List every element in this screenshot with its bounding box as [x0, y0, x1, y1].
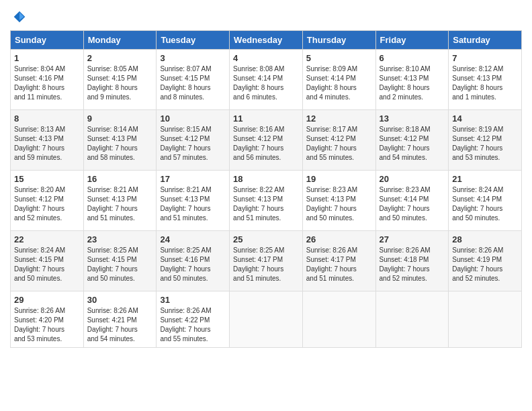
day-number: 11 — [233, 113, 299, 124]
day-number: 18 — [233, 174, 299, 184]
day-info: Sunrise: 8:21 AMSunset: 4:13 PMDaylight:… — [160, 186, 211, 222]
calendar-week-4: 22 Sunrise: 8:24 AMSunset: 4:15 PMDaylig… — [11, 231, 522, 291]
calendar-cell — [375, 291, 449, 348]
calendar-cell: 18 Sunrise: 8:22 AMSunset: 4:13 PMDaylig… — [230, 171, 303, 231]
day-number: 9 — [87, 113, 153, 124]
logo — [10, 10, 26, 24]
calendar-cell: 1 Sunrise: 8:04 AMSunset: 4:16 PMDayligh… — [11, 50, 84, 110]
day-info: Sunrise: 8:20 AMSunset: 4:12 PMDaylight:… — [14, 186, 65, 222]
calendar-cell: 15 Sunrise: 8:20 AMSunset: 4:12 PMDaylig… — [11, 171, 84, 231]
day-number: 22 — [14, 234, 80, 244]
day-info: Sunrise: 8:09 AMSunset: 4:14 PMDaylight:… — [306, 65, 357, 101]
calendar-cell: 7 Sunrise: 8:12 AMSunset: 4:13 PMDayligh… — [449, 50, 522, 110]
day-header-tuesday: Tuesday — [157, 31, 230, 50]
day-info: Sunrise: 8:25 AMSunset: 4:16 PMDaylight:… — [160, 246, 211, 282]
calendar-cell: 20 Sunrise: 8:23 AMSunset: 4:14 PMDaylig… — [375, 171, 449, 231]
day-number: 23 — [87, 234, 153, 244]
day-number: 28 — [452, 234, 518, 244]
calendar-cell: 25 Sunrise: 8:25 AMSunset: 4:17 PMDaylig… — [230, 231, 303, 291]
day-header-thursday: Thursday — [302, 31, 375, 50]
calendar-table: SundayMondayTuesdayWednesdayThursdayFrid… — [10, 30, 522, 348]
day-number: 31 — [160, 295, 226, 305]
day-info: Sunrise: 8:12 AMSunset: 4:13 PMDaylight:… — [452, 65, 503, 101]
day-number: 2 — [87, 53, 153, 63]
day-number: 25 — [233, 234, 299, 244]
day-info: Sunrise: 8:05 AMSunset: 4:15 PMDaylight:… — [87, 65, 138, 101]
calendar-header-row: SundayMondayTuesdayWednesdayThursdayFrid… — [11, 31, 522, 50]
calendar-cell: 16 Sunrise: 8:21 AMSunset: 4:13 PMDaylig… — [83, 171, 157, 231]
calendar-cell: 5 Sunrise: 8:09 AMSunset: 4:14 PMDayligh… — [302, 50, 375, 110]
day-info: Sunrise: 8:26 AMSunset: 4:19 PMDaylight:… — [452, 246, 503, 282]
calendar-week-5: 29 Sunrise: 8:26 AMSunset: 4:20 PMDaylig… — [11, 291, 522, 348]
calendar-cell: 22 Sunrise: 8:24 AMSunset: 4:15 PMDaylig… — [11, 231, 84, 291]
day-number: 16 — [87, 174, 153, 184]
calendar-cell: 31 Sunrise: 8:26 AMSunset: 4:22 PMDaylig… — [157, 291, 230, 348]
calendar-cell: 8 Sunrise: 8:13 AMSunset: 4:13 PMDayligh… — [11, 110, 84, 171]
day-number: 7 — [452, 53, 518, 63]
calendar-cell: 13 Sunrise: 8:18 AMSunset: 4:12 PMDaylig… — [375, 110, 449, 171]
day-number: 6 — [380, 53, 445, 63]
logo-icon — [13, 10, 26, 24]
calendar-cell: 2 Sunrise: 8:05 AMSunset: 4:15 PMDayligh… — [83, 50, 157, 110]
day-info: Sunrise: 8:17 AMSunset: 4:12 PMDaylight:… — [306, 126, 357, 161]
day-info: Sunrise: 8:24 AMSunset: 4:14 PMDaylight:… — [452, 186, 503, 222]
day-info: Sunrise: 8:18 AMSunset: 4:12 PMDaylight:… — [380, 126, 431, 161]
day-number: 14 — [452, 113, 518, 124]
day-info: Sunrise: 8:26 AMSunset: 4:18 PMDaylight:… — [380, 246, 431, 282]
calendar-cell: 21 Sunrise: 8:24 AMSunset: 4:14 PMDaylig… — [449, 171, 522, 231]
calendar-cell: 10 Sunrise: 8:15 AMSunset: 4:12 PMDaylig… — [157, 110, 230, 171]
calendar-cell: 26 Sunrise: 8:26 AMSunset: 4:17 PMDaylig… — [302, 231, 375, 291]
day-number: 13 — [380, 113, 445, 124]
day-number: 19 — [306, 174, 372, 184]
day-info: Sunrise: 8:04 AMSunset: 4:16 PMDaylight:… — [14, 65, 65, 101]
day-info: Sunrise: 8:23 AMSunset: 4:13 PMDaylight:… — [306, 186, 357, 222]
calendar-cell: 3 Sunrise: 8:07 AMSunset: 4:15 PMDayligh… — [157, 50, 230, 110]
calendar-cell: 17 Sunrise: 8:21 AMSunset: 4:13 PMDaylig… — [157, 171, 230, 231]
day-number: 30 — [87, 295, 153, 305]
calendar-cell: 30 Sunrise: 8:26 AMSunset: 4:21 PMDaylig… — [83, 291, 157, 348]
day-header-friday: Friday — [375, 31, 449, 50]
calendar-cell: 24 Sunrise: 8:25 AMSunset: 4:16 PMDaylig… — [157, 231, 230, 291]
calendar-cell — [302, 291, 375, 348]
day-header-wednesday: Wednesday — [230, 31, 303, 50]
calendar-cell: 23 Sunrise: 8:25 AMSunset: 4:15 PMDaylig… — [83, 231, 157, 291]
day-info: Sunrise: 8:24 AMSunset: 4:15 PMDaylight:… — [14, 246, 65, 282]
day-info: Sunrise: 8:21 AMSunset: 4:13 PMDaylight:… — [87, 186, 138, 222]
calendar-week-1: 1 Sunrise: 8:04 AMSunset: 4:16 PMDayligh… — [11, 50, 522, 110]
calendar-cell: 4 Sunrise: 8:08 AMSunset: 4:14 PMDayligh… — [230, 50, 303, 110]
page-header — [10, 10, 522, 24]
day-number: 17 — [160, 174, 226, 184]
calendar-cell: 28 Sunrise: 8:26 AMSunset: 4:19 PMDaylig… — [449, 231, 522, 291]
calendar-cell: 14 Sunrise: 8:19 AMSunset: 4:12 PMDaylig… — [449, 110, 522, 171]
day-number: 27 — [380, 234, 445, 244]
day-number: 29 — [14, 295, 80, 305]
calendar-cell: 12 Sunrise: 8:17 AMSunset: 4:12 PMDaylig… — [302, 110, 375, 171]
day-number: 4 — [233, 53, 299, 63]
calendar-cell: 6 Sunrise: 8:10 AMSunset: 4:13 PMDayligh… — [375, 50, 449, 110]
calendar-week-3: 15 Sunrise: 8:20 AMSunset: 4:12 PMDaylig… — [11, 171, 522, 231]
day-info: Sunrise: 8:19 AMSunset: 4:12 PMDaylight:… — [452, 126, 503, 161]
day-info: Sunrise: 8:08 AMSunset: 4:14 PMDaylight:… — [233, 65, 284, 101]
calendar-cell: 19 Sunrise: 8:23 AMSunset: 4:13 PMDaylig… — [302, 171, 375, 231]
day-header-sunday: Sunday — [11, 31, 84, 50]
day-number: 8 — [14, 113, 80, 124]
calendar-cell: 11 Sunrise: 8:16 AMSunset: 4:12 PMDaylig… — [230, 110, 303, 171]
day-info: Sunrise: 8:07 AMSunset: 4:15 PMDaylight:… — [160, 65, 211, 101]
day-info: Sunrise: 8:10 AMSunset: 4:13 PMDaylight:… — [380, 65, 431, 101]
day-number: 24 — [160, 234, 226, 244]
day-header-monday: Monday — [83, 31, 157, 50]
day-header-saturday: Saturday — [449, 31, 522, 50]
calendar-cell: 29 Sunrise: 8:26 AMSunset: 4:20 PMDaylig… — [11, 291, 84, 348]
day-info: Sunrise: 8:26 AMSunset: 4:17 PMDaylight:… — [306, 246, 357, 282]
day-info: Sunrise: 8:15 AMSunset: 4:12 PMDaylight:… — [160, 126, 211, 161]
day-number: 12 — [306, 113, 372, 124]
day-info: Sunrise: 8:26 AMSunset: 4:22 PMDaylight:… — [160, 307, 211, 342]
day-number: 20 — [380, 174, 445, 184]
calendar-week-2: 8 Sunrise: 8:13 AMSunset: 4:13 PMDayligh… — [11, 110, 522, 171]
day-info: Sunrise: 8:26 AMSunset: 4:21 PMDaylight:… — [87, 307, 138, 342]
day-info: Sunrise: 8:16 AMSunset: 4:12 PMDaylight:… — [233, 126, 284, 161]
day-number: 21 — [452, 174, 518, 184]
calendar-cell — [449, 291, 522, 348]
day-number: 10 — [160, 113, 226, 124]
day-number: 1 — [14, 53, 80, 63]
